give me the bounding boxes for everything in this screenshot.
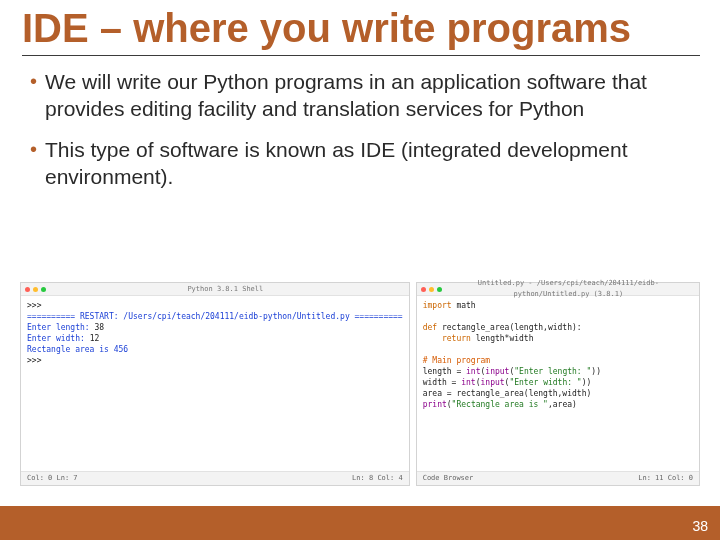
bullet-text: This type of software is known as IDE (i… [45,136,692,190]
bullet-item: • We will write our Python programs in a… [30,68,692,122]
shell-prompt: >>> [27,355,403,366]
editor-title: Untitled.py - /Users/cpi/teach/204111/ei… [442,278,695,300]
footer-bar: 38 [0,506,720,540]
editor-titlebar: Untitled.py - /Users/cpi/teach/204111/ei… [417,283,699,296]
shell-line: Enter length: 38 [27,322,403,333]
shell-line: Rectangle area is 456 [27,344,403,355]
screenshots-row: Python 3.8.1 Shell >>> ========== RESTAR… [20,282,700,486]
python-shell-window: Python 3.8.1 Shell >>> ========== RESTAR… [20,282,410,486]
close-icon [421,287,426,292]
bullet-text: We will write our Python programs in an … [45,68,692,122]
bullet-list: • We will write our Python programs in a… [0,64,720,190]
shell-output: >>> ========== RESTART: /Users/cpi/teach… [21,296,409,370]
status-right: Ln: 11 Col: 0 [638,473,693,484]
python-editor-window: Untitled.py - /Users/cpi/teach/204111/ei… [416,282,700,486]
close-icon [25,287,30,292]
page-number: 38 [692,518,708,534]
bullet-item: • This type of software is known as IDE … [30,136,692,190]
status-left: Col: 0 Ln: 7 [27,473,78,484]
traffic-lights [25,287,46,292]
shell-restart-line: ========== RESTART: /Users/cpi/teach/204… [27,311,403,322]
shell-statusbar: Col: 0 Ln: 7 Ln: 8 Col: 4 [21,471,409,485]
bullet-dot-icon: • [30,68,37,122]
editor-statusbar: Code Browser Ln: 11 Col: 0 [417,471,699,485]
slide-title: IDE – where you write programs [0,0,720,53]
shell-title: Python 3.8.1 Shell [46,284,405,295]
editor-code: import math def rectangle_area(length,wi… [417,296,699,414]
shell-line: Enter width: 12 [27,333,403,344]
traffic-lights [421,287,442,292]
minimize-icon [33,287,38,292]
bullet-dot-icon: • [30,136,37,190]
status-left: Code Browser [423,473,474,484]
shell-prompt: >>> [27,300,403,311]
shell-titlebar: Python 3.8.1 Shell [21,283,409,296]
minimize-icon [429,287,434,292]
title-divider [22,55,700,56]
status-right: Ln: 8 Col: 4 [352,473,403,484]
